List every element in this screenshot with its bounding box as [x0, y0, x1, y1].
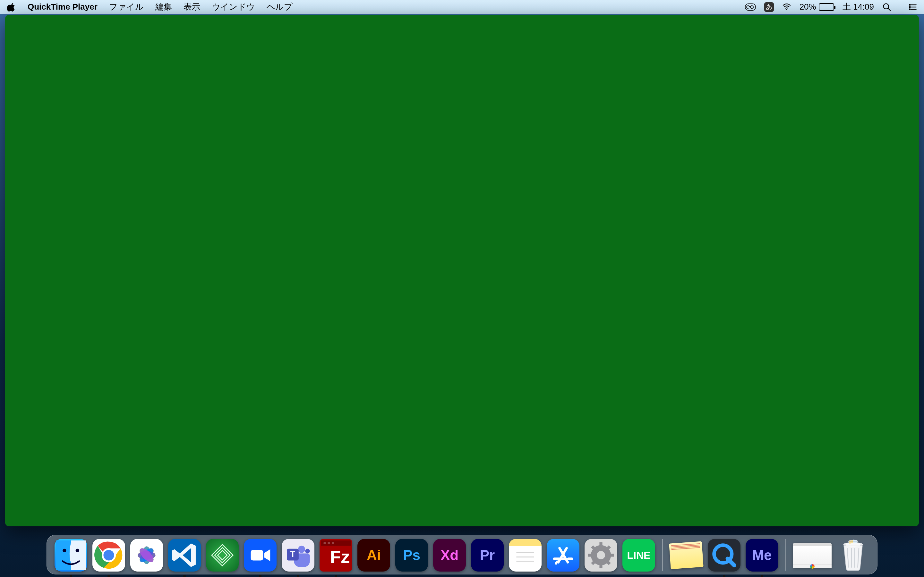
- svg-point-8: [909, 9, 910, 10]
- dock-app-xd[interactable]: Xd: [433, 539, 466, 572]
- wifi-icon[interactable]: [782, 3, 791, 11]
- svg-line-49: [592, 546, 596, 550]
- dock-bar: T Fz Ai Ps Xd Pr: [47, 535, 877, 574]
- line-label: LINE: [627, 550, 651, 561]
- svg-text:Fz: Fz: [330, 547, 350, 567]
- dock-app-line[interactable]: LINE: [622, 539, 655, 572]
- menu-bar: QuickTime Player ファイル 編集 表示 ウインドウ ヘルプ あ …: [0, 0, 924, 14]
- svg-line-57: [855, 548, 855, 568]
- menu-edit[interactable]: 編集: [155, 1, 172, 13]
- dock-app-chrome[interactable]: [92, 539, 125, 572]
- menu-help[interactable]: ヘルプ: [267, 1, 292, 13]
- spotlight-icon[interactable]: [882, 3, 891, 11]
- dock-app-filezilla[interactable]: Fz: [320, 539, 352, 572]
- battery-percent-text: 20%: [800, 2, 816, 12]
- creative-cloud-icon[interactable]: [745, 3, 756, 11]
- adobe-tile-label: Ps: [403, 547, 420, 563]
- dock-running-indicator: [259, 575, 262, 577]
- svg-point-2: [884, 3, 889, 9]
- dock-app-illustrator[interactable]: Ai: [357, 539, 390, 572]
- adobe-tile-label: Ai: [367, 547, 381, 563]
- menu-bar-right: あ 20% 土 14:09: [745, 1, 917, 13]
- adobe-tile-label: Pr: [480, 547, 495, 563]
- svg-point-4: [909, 4, 910, 5]
- menu-bar-left: QuickTime Player ファイル 編集 表示 ウインドウ ヘルプ: [7, 1, 292, 13]
- battery-status[interactable]: 20%: [800, 2, 834, 12]
- svg-line-50: [606, 561, 610, 564]
- adobe-tile-label: Xd: [441, 547, 459, 563]
- svg-point-31: [323, 542, 326, 544]
- dock-app-green-diamond[interactable]: [206, 539, 239, 572]
- svg-point-32: [328, 542, 330, 544]
- menu-bar-clock[interactable]: 土 14:09: [843, 1, 874, 13]
- dock-app-zoom[interactable]: [244, 539, 276, 572]
- dock-app-premiere[interactable]: Pr: [471, 539, 504, 572]
- dock-running-indicator: [723, 575, 725, 577]
- dock-running-indicator: [183, 575, 186, 577]
- japanese-ime-icon[interactable]: あ: [764, 2, 774, 12]
- dock-separator: [662, 539, 663, 571]
- dock-separator: [785, 539, 786, 571]
- svg-point-27: [305, 549, 310, 554]
- dock: T Fz Ai Ps Xd Pr: [47, 535, 877, 574]
- svg-line-56: [851, 548, 852, 568]
- dock-app-photoshop[interactable]: Ps: [395, 539, 428, 572]
- battery-icon: [819, 3, 834, 11]
- svg-point-26: [298, 546, 305, 553]
- dock-min-quicktime[interactable]: [708, 539, 740, 572]
- menu-window[interactable]: ウインドウ: [212, 1, 255, 13]
- svg-point-33: [332, 542, 334, 544]
- svg-text:T: T: [290, 550, 296, 559]
- svg-line-52: [592, 561, 596, 564]
- dock-min-sticky-note[interactable]: [669, 542, 703, 569]
- active-app-name[interactable]: QuickTime Player: [27, 2, 97, 12]
- dock-trash[interactable]: [837, 539, 869, 572]
- svg-rect-10: [56, 540, 71, 570]
- svg-line-42: [556, 562, 557, 564]
- dock-running-indicator: [761, 575, 763, 577]
- menu-file[interactable]: ファイル: [109, 1, 144, 13]
- dock-running-indicator: [107, 575, 110, 577]
- dock-app-teams[interactable]: T: [282, 539, 314, 572]
- dock-min-chrome-window[interactable]: [793, 543, 832, 568]
- menu-view[interactable]: 表示: [184, 1, 200, 13]
- svg-point-6: [909, 6, 910, 7]
- apple-menu-icon[interactable]: [7, 3, 16, 11]
- screen-recording-window[interactable]: [5, 15, 919, 526]
- svg-point-1: [786, 9, 787, 10]
- svg-rect-25: [251, 550, 263, 560]
- dock-app-photos[interactable]: [130, 539, 163, 572]
- dock-app-vscode[interactable]: [168, 539, 201, 572]
- svg-point-12: [63, 549, 66, 552]
- dock-running-indicator: [69, 575, 72, 577]
- dock-running-indicator: [297, 575, 299, 577]
- adobe-tile-label: Me: [752, 547, 772, 563]
- svg-line-3: [888, 8, 891, 11]
- control-center-icon[interactable]: [908, 3, 917, 11]
- dock-app-finder[interactable]: [55, 539, 87, 572]
- dock-app-appstore[interactable]: [547, 539, 580, 572]
- dock-min-media-encoder[interactable]: Me: [746, 539, 779, 572]
- dock-running-indicator: [334, 575, 337, 577]
- svg-point-44: [597, 551, 605, 559]
- dock-app-notes[interactable]: [509, 539, 541, 572]
- svg-point-13: [76, 549, 79, 552]
- svg-line-51: [606, 546, 610, 550]
- dock-app-settings[interactable]: [585, 539, 617, 572]
